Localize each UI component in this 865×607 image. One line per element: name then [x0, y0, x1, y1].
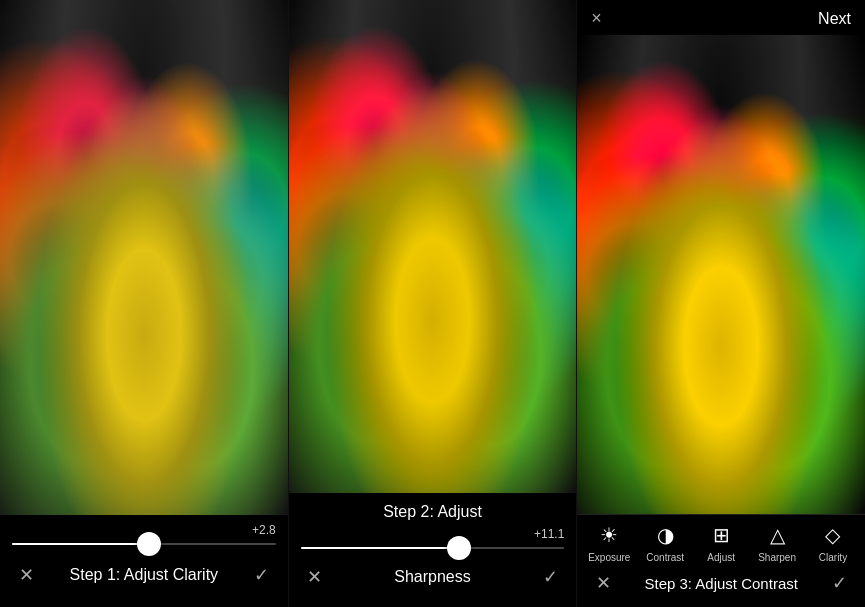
clarity-icon: ◇	[819, 521, 847, 549]
sharpness-slider-thumb[interactable]	[447, 536, 471, 560]
panel-1-step-label: Step 1: Adjust Clarity	[40, 566, 248, 584]
panel-3-close-button[interactable]: ×	[591, 8, 602, 29]
tools-row: ☀ Exposure ◑ Contrast ⊞ Adjust △ Sharpen…	[577, 514, 865, 565]
panel-1-close-icon[interactable]: ✕	[12, 561, 40, 589]
panel-3-header: × Next	[577, 0, 865, 35]
clarity-label2: Clarity	[819, 552, 847, 563]
exposure-icon: ☀	[595, 521, 623, 549]
panel-2-controls: Step 2: Adjust +11.1 ✕ Sharpness ✓	[289, 493, 577, 607]
exposure-label: Exposure	[588, 552, 630, 563]
tool-exposure[interactable]: ☀ Exposure	[587, 521, 631, 563]
flower-photo-3	[577, 35, 865, 514]
adjust-label: Adjust	[707, 552, 735, 563]
adjust-icon: ⊞	[707, 521, 735, 549]
panel-2-close-icon[interactable]: ✕	[301, 563, 329, 591]
panel-1-clarity: +2.8 ✕ Step 1: Adjust Clarity ✓	[0, 0, 288, 607]
clarity-slider-thumb[interactable]	[137, 532, 161, 556]
clarity-slider-fill	[12, 543, 149, 545]
panel-3-check-icon[interactable]: ✓	[825, 569, 853, 597]
tool-adjust[interactable]: ⊞ Adjust	[699, 521, 743, 563]
tool-contrast[interactable]: ◑ Contrast	[643, 521, 687, 563]
panel-2-step-label: Sharpness	[329, 568, 537, 586]
flower-photo-2	[289, 0, 577, 493]
contrast-icon: ◑	[651, 521, 679, 549]
sharpness-value: +11.1	[301, 527, 565, 541]
tool-clarity[interactable]: ◇ Clarity	[811, 521, 855, 563]
panel-3-close-icon[interactable]: ✕	[589, 569, 617, 597]
sharpen-label: Sharpen	[758, 552, 796, 563]
sharpness-slider-fill	[301, 547, 459, 549]
panel-3-bottom-row: ✕ Step 3: Adjust Contrast ✓	[577, 565, 865, 607]
panel-3-controls: ☀ Exposure ◑ Contrast ⊞ Adjust △ Sharpen…	[577, 514, 865, 607]
sharpen-icon: △	[763, 521, 791, 549]
panel-2-check-icon[interactable]: ✓	[536, 563, 564, 591]
panel-1-image	[0, 0, 288, 515]
panel-1-check-icon[interactable]: ✓	[248, 561, 276, 589]
panel-2-bottom-row: ✕ Sharpness ✓	[301, 561, 565, 593]
sharpness-slider-track[interactable]	[301, 547, 565, 549]
panel-3-step-label: Step 3: Adjust Contrast	[617, 575, 825, 592]
contrast-label: Contrast	[646, 552, 684, 563]
panel-1-controls: +2.8 ✕ Step 1: Adjust Clarity ✓	[0, 515, 288, 607]
panel-1-bottom-row: ✕ Step 1: Adjust Clarity ✓	[12, 557, 276, 593]
flower-photo-1	[0, 0, 288, 515]
panel-3-image	[577, 35, 865, 514]
panel-2-sharpness: Step 2: Adjust +11.1 ✕ Sharpness ✓	[288, 0, 577, 607]
clarity-slider-track[interactable]	[12, 543, 276, 545]
panel-3-next-button[interactable]: Next	[818, 10, 851, 28]
panel-3-contrast: × Next ☀ Exposure ◑ Contrast ⊞ Adjust △ …	[576, 0, 865, 607]
tool-sharpen[interactable]: △ Sharpen	[755, 521, 799, 563]
panel-2-step-header: Step 2: Adjust	[301, 493, 565, 527]
panel-2-image	[289, 0, 577, 493]
